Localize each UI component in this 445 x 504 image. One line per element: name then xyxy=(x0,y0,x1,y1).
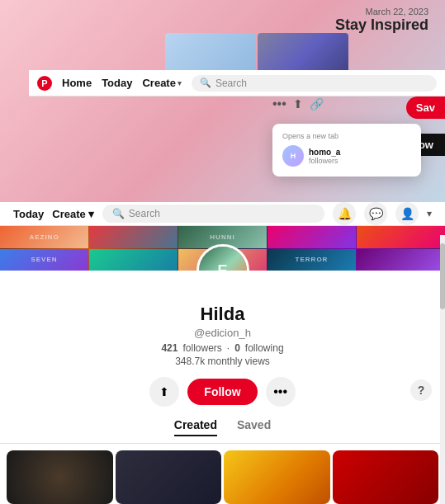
share-button[interactable]: ⬆ xyxy=(149,377,179,407)
thumbnail-grid xyxy=(0,444,445,504)
thumb-inner-3 xyxy=(224,450,330,504)
profile-avatar-inner: E xyxy=(199,247,247,271)
pinterest-logo[interactable]: P xyxy=(37,76,52,91)
messaging-icon[interactable]: 💬 xyxy=(364,202,387,225)
nav2-create[interactable]: Create ▾ xyxy=(52,208,93,220)
more-button[interactable]: ••• xyxy=(266,377,296,407)
popup-opens-label: Opens a new tab xyxy=(279,130,414,142)
nav2-create-label: Create xyxy=(52,208,85,220)
popup-user-row[interactable]: H homo_a followers xyxy=(279,142,414,170)
collage-cell-9: TERROR xyxy=(267,249,356,271)
thumb-item-4[interactable] xyxy=(333,450,439,504)
thumb-item-3[interactable] xyxy=(224,450,330,504)
collage-text-2 xyxy=(89,226,178,248)
collage-cell-1: AEZINO xyxy=(0,226,88,248)
collage-cell-10 xyxy=(357,249,445,271)
collage-cell-5 xyxy=(357,226,445,248)
profile-avatar: E xyxy=(196,244,249,271)
nav-create[interactable]: Create ▾ xyxy=(142,77,181,89)
monthly-views: 348.7k monthly views xyxy=(13,356,432,367)
thumb-inner-1 xyxy=(7,450,113,504)
search-bar-second[interactable]: 🔍 Search xyxy=(102,205,324,223)
popup-username: homo_a xyxy=(309,148,340,157)
collage-text-10 xyxy=(357,249,445,271)
chevron-down-icon: ▾ xyxy=(178,79,182,87)
expand-icon[interactable]: ▾ xyxy=(427,208,432,219)
search-placeholder: Search xyxy=(215,78,247,89)
date-title-block: March 22, 2023 Stay Inspired xyxy=(319,0,445,40)
share-icon[interactable]: ⬆ xyxy=(293,97,303,111)
follow-button[interactable]: Follow xyxy=(187,379,257,405)
collage-text-5 xyxy=(357,226,445,248)
user-popup: Opens a new tab H homo_a followers xyxy=(272,124,421,177)
thumb-inner-2 xyxy=(116,450,222,504)
second-nav-bar: Today Create ▾ 🔍 Search 🔔 💬 👤 ▾ xyxy=(0,202,445,226)
nav2-today[interactable]: Today xyxy=(13,208,44,220)
cover-image: AEZINO HUNNI SEVEN xyxy=(0,226,445,271)
link-icon[interactable]: 🔗 xyxy=(310,97,324,111)
popup-avatar: H xyxy=(282,145,304,167)
search-icon: 🔍 xyxy=(200,78,211,88)
profile-handle: @edicion_h xyxy=(13,327,432,339)
profile-name: Hilda xyxy=(13,304,432,325)
followers-label: followers xyxy=(182,342,221,354)
collage-text-7 xyxy=(89,249,178,271)
more-options-icon[interactable]: ••• xyxy=(272,97,286,111)
profile-tabs: Created Saved xyxy=(0,418,445,444)
profile-avatar-wrapper: E xyxy=(196,244,249,271)
collage-cell-4 xyxy=(267,226,356,248)
profile-stats: 421 followers · 0 following xyxy=(13,342,432,354)
user-avatar-icon[interactable]: 👤 xyxy=(395,202,419,225)
browser-nav-bar: P Home Today Create ▾ 🔍 Search xyxy=(29,70,445,97)
date-text: March 22, 2023 xyxy=(335,7,428,16)
popup-followers: followers xyxy=(309,157,340,165)
collage-cell-2 xyxy=(89,226,178,248)
collage-text-6: SEVEN xyxy=(0,249,88,271)
nav-today[interactable]: Today xyxy=(102,77,132,89)
save-button-top[interactable]: Sav xyxy=(406,97,445,119)
nav-home[interactable]: Home xyxy=(62,77,92,89)
collage-text-1: AEZINO xyxy=(0,226,88,248)
tab-created[interactable]: Created xyxy=(174,418,217,436)
profile-info: Hilda @edicion_h 421 followers · 0 follo… xyxy=(0,304,445,367)
action-row: ••• ⬆ 🔗 xyxy=(272,97,324,111)
thumb-inner-4 xyxy=(333,450,439,504)
notifications-bell-icon[interactable]: 🔔 xyxy=(333,202,356,225)
collage-cell-7 xyxy=(89,249,178,271)
tab-saved[interactable]: Saved xyxy=(237,418,271,436)
separator: · xyxy=(227,342,230,354)
help-icon[interactable]: ? xyxy=(410,379,432,401)
tagline-text: Stay Inspired xyxy=(335,16,428,34)
search-icon-second: 🔍 xyxy=(112,208,125,219)
search-bar-top[interactable]: 🔍 Search xyxy=(192,75,437,92)
search-placeholder-second: Search xyxy=(129,208,160,219)
following-count: 0 xyxy=(234,342,240,354)
nav-create-label: Create xyxy=(142,77,175,89)
collage-cell-6: SEVEN xyxy=(0,249,88,271)
scrollbar[interactable] xyxy=(440,235,445,504)
profile-actions: ⬆ Follow ••• xyxy=(0,377,445,407)
main-profile-area: Today Create ▾ 🔍 Search 🔔 💬 👤 ▾ AEZINO H… xyxy=(0,202,445,504)
nav2-chevron-icon: ▾ xyxy=(88,208,94,220)
thumb-item-2[interactable] xyxy=(116,450,222,504)
scrollbar-thumb[interactable] xyxy=(440,243,445,309)
collage-text-9: TERROR xyxy=(267,249,356,271)
popup-user-info: homo_a followers xyxy=(309,148,340,165)
collage-text-4 xyxy=(267,226,356,248)
thumb-item-1[interactable] xyxy=(7,450,113,504)
following-label: following xyxy=(245,342,284,354)
followers-count: 421 xyxy=(161,342,178,354)
